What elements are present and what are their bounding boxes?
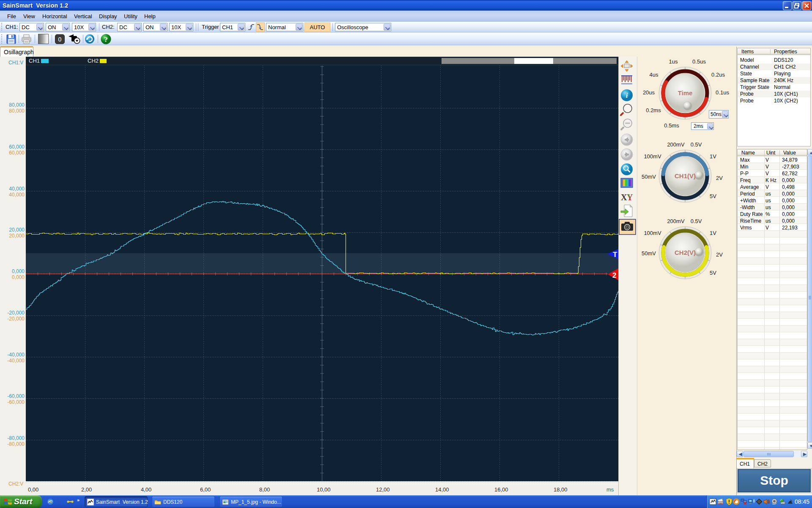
svg-text:X: X [621, 193, 627, 202]
svg-text:T: T [613, 251, 617, 259]
svg-text:50mV: 50mV [642, 174, 656, 180]
svg-text:?: ? [104, 36, 108, 44]
svg-text:0.5ms: 0.5ms [664, 122, 679, 129]
svg-text:i: i [626, 91, 628, 99]
svg-text:0.5V: 0.5V [691, 218, 702, 224]
svg-text:2V: 2V [716, 251, 723, 258]
svg-text:0.2us: 0.2us [711, 72, 725, 78]
svg-text:Time: Time [678, 89, 693, 97]
svg-text:CH2: CH2 [88, 58, 99, 64]
svg-text:4us: 4us [650, 72, 658, 78]
svg-text:0.5V: 0.5V [691, 141, 702, 148]
svg-text:0.5us: 0.5us [692, 58, 706, 65]
svg-text:2V: 2V [716, 175, 723, 181]
svg-text:CH1(V): CH1(V) [675, 172, 696, 179]
svg-text:100mV: 100mV [644, 153, 661, 160]
svg-text:1us: 1us [669, 58, 678, 65]
svg-text:1V: 1V [710, 230, 716, 236]
svg-text:200mV: 200mV [667, 141, 685, 148]
svg-text:50mV: 50mV [642, 250, 656, 257]
svg-text:200mV: 200mV [667, 218, 685, 224]
svg-text:5V: 5V [710, 193, 716, 199]
svg-text:20us: 20us [643, 89, 655, 96]
svg-text:CH2(V): CH2(V) [675, 249, 696, 256]
svg-text:0.1us: 0.1us [716, 89, 729, 96]
svg-text:0.2ms: 0.2ms [646, 107, 661, 113]
svg-text:1V: 1V [710, 153, 716, 160]
svg-text:5V: 5V [710, 270, 716, 276]
svg-text:100mV: 100mV [644, 230, 661, 236]
svg-text:2: 2 [612, 271, 616, 279]
